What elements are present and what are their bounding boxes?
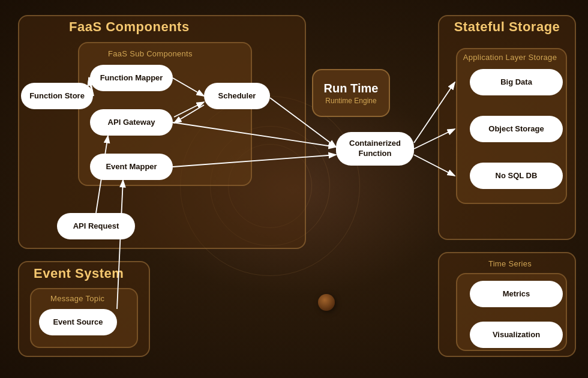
object-storage-box: Object Storage	[470, 116, 563, 142]
faas-components-title: FaaS Components	[69, 19, 190, 35]
metrics-box: Metrics	[470, 281, 563, 307]
diagram-container: FaaS Components FaaS Sub Components Even…	[0, 0, 588, 378]
function-store-box: Function Store	[21, 83, 93, 109]
big-data-box: Big Data	[470, 69, 563, 95]
time-series-title: Time Series	[456, 259, 564, 268]
no-sql-db-box: No SQL DB	[470, 163, 563, 189]
runtime-title: Run Time	[324, 82, 379, 95]
app-layer-title: Application Layer Storage	[456, 53, 564, 62]
decorative-sphere	[318, 294, 335, 311]
scheduler-box: Scheduler	[204, 83, 270, 109]
api-request-box: API Request	[57, 213, 135, 239]
event-mapper-box: Event Mapper	[90, 154, 173, 180]
containerized-function-box: ContainerizedFunction	[336, 132, 414, 166]
message-topic-title: Message Topic	[50, 294, 104, 303]
event-system-title: Event System	[34, 266, 124, 281]
faas-sub-title: FaaS Sub Components	[108, 49, 193, 58]
visualization-box: Visualization	[470, 322, 563, 348]
function-mapper-box: Function Mapper	[90, 65, 173, 91]
stateful-storage-title: Stateful Storage	[441, 19, 573, 35]
event-source-box: Event Source	[39, 309, 117, 335]
runtime-subtitle: Runtime Engine	[325, 97, 376, 105]
runtime-box: Run Time Runtime Engine	[312, 69, 390, 117]
api-gateway-box: API Gateway	[90, 109, 173, 136]
